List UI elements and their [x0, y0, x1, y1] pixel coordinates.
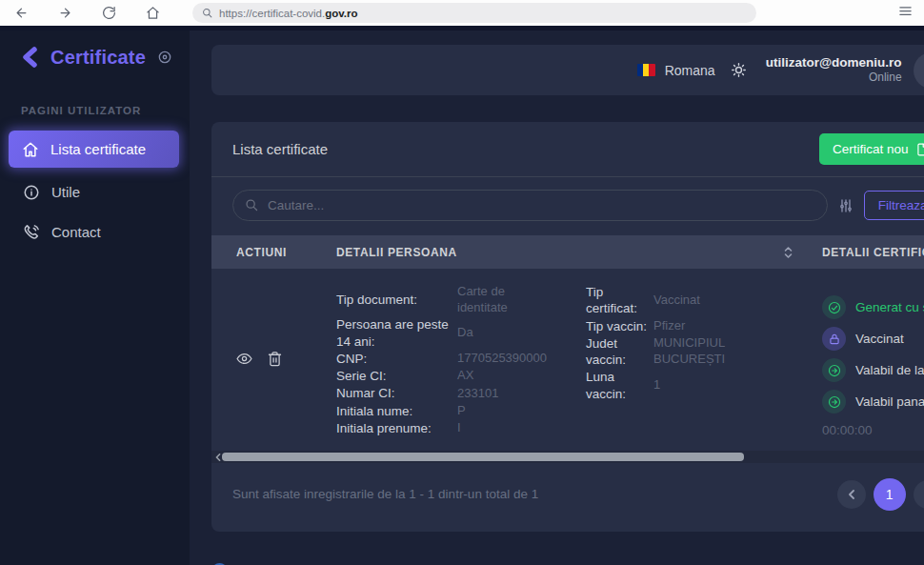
arrow-circle-icon — [822, 390, 846, 414]
back-icon[interactable] — [11, 4, 30, 23]
pagination-summary: Sunt afisate inregistrarile de la 1 - 1 … — [232, 485, 538, 504]
main-content: Romana utilizator@domeniu.ro Online List… — [190, 30, 924, 565]
certificate-details: Tip certificat:Vaccinat Tip vaccin:Pfize… — [586, 280, 760, 437]
table-row: Tip document:Carte de identitate Persoan… — [211, 269, 924, 451]
sidebar-nav: Lista certificate Utile Contact — [0, 131, 190, 250]
brand: Certificate — [0, 30, 190, 69]
file-icon — [915, 143, 924, 156]
arrow-circle-icon — [822, 358, 846, 382]
info-icon — [23, 184, 40, 201]
reload-icon[interactable] — [99, 4, 118, 23]
address-bar[interactable]: https://certificat-covid.gov.ro — [192, 3, 756, 23]
theme-toggle-sun-icon[interactable] — [731, 62, 747, 78]
phone-icon — [23, 224, 40, 241]
pagination: Sunt afisate inregistrarile de la 1 - 1 … — [211, 463, 924, 532]
lock-icon — [822, 327, 846, 351]
home-icon — [22, 141, 39, 158]
url-text: https://certificat-covid.gov.ro — [219, 8, 358, 19]
new-certificate-button[interactable]: Certificat nou — [819, 133, 924, 165]
filter-button[interactable]: Filtreaza — [864, 191, 924, 220]
certificates-card: Lista certificate Certificat nou Filtrea… — [211, 122, 924, 532]
search-input[interactable] — [232, 190, 828, 221]
previous-page-button[interactable] — [837, 480, 866, 509]
topbar: Romana utilizator@domeniu.ro Online — [211, 45, 924, 95]
search-icon — [202, 8, 212, 18]
check-circle-icon — [822, 295, 846, 319]
forward-icon[interactable] — [55, 4, 74, 23]
browser-chrome: https://certificat-covid.gov.ro — [0, 0, 924, 26]
sidebar-collapse-toggle-icon[interactable] — [157, 50, 172, 65]
language-selector[interactable]: Romana — [665, 63, 715, 78]
user-status: Online — [766, 71, 902, 85]
sidebar-section-label: PAGINI UTILIZATOR — [21, 105, 190, 116]
table-header: ACTIUNI DETALII PERSOANA DETALII CERTIFI… — [211, 235, 924, 269]
status-badge: Generat cu succes — [822, 295, 924, 319]
chevron-left-icon — [847, 490, 856, 499]
sidebar-item-lista-certificate[interactable]: Lista certificate — [9, 131, 179, 168]
status-badge: Vaccinat — [822, 327, 924, 351]
status-badges: Generat cu succes Vaccinat — [822, 280, 924, 437]
horizontal-scrollbar[interactable] — [211, 451, 924, 463]
person-details: Tip document:Carte de identitate Persoan… — [336, 280, 549, 437]
certificates-table: ACTIUNI DETALII PERSOANA DETALII CERTIFI… — [211, 235, 924, 463]
sidebar: Certificate PAGINI UTILIZATOR Lista cert… — [0, 30, 190, 565]
sidebar-item-label: Lista certificate — [50, 141, 146, 157]
romania-flag-icon — [637, 64, 655, 76]
delete-icon[interactable] — [267, 351, 283, 367]
sort-icon[interactable] — [783, 246, 793, 259]
brand-chevron-icon — [19, 46, 42, 69]
status-badge: Valabil pana la — [822, 390, 924, 414]
home-browser-icon[interactable] — [143, 4, 162, 23]
next-page-button[interactable] — [914, 480, 924, 509]
browser-menu-icon[interactable] — [898, 4, 913, 22]
column-detalii-persoana[interactable]: DETALII PERSOANA — [336, 246, 822, 259]
column-detalii-certificat[interactable]: DETALII CERTIFICAT — [822, 246, 924, 259]
column-actiuni[interactable]: ACTIUNI — [211, 246, 336, 259]
sidebar-item-label: Contact — [51, 224, 101, 240]
sidebar-item-utile[interactable]: Utile — [0, 174, 190, 210]
user-info[interactable]: utilizator@domeniu.ro Online — [766, 55, 902, 86]
sidebar-item-contact[interactable]: Contact — [0, 214, 190, 250]
page-1-button[interactable]: 1 — [874, 478, 906, 511]
brand-name: Certificate — [50, 47, 146, 69]
scrollbar-thumb[interactable] — [222, 453, 744, 461]
user-email: utilizator@domeniu.ro — [766, 55, 902, 71]
card-title: Lista certificate — [232, 141, 328, 157]
countdown-timer: 00:00:00 — [822, 423, 924, 437]
search-icon — [245, 198, 258, 212]
avatar[interactable] — [914, 52, 924, 89]
view-icon[interactable] — [236, 351, 252, 367]
status-badge: Valabil de la — [822, 358, 924, 382]
filter-sliders-icon[interactable] — [838, 198, 854, 213]
sidebar-item-label: Utile — [51, 184, 80, 200]
